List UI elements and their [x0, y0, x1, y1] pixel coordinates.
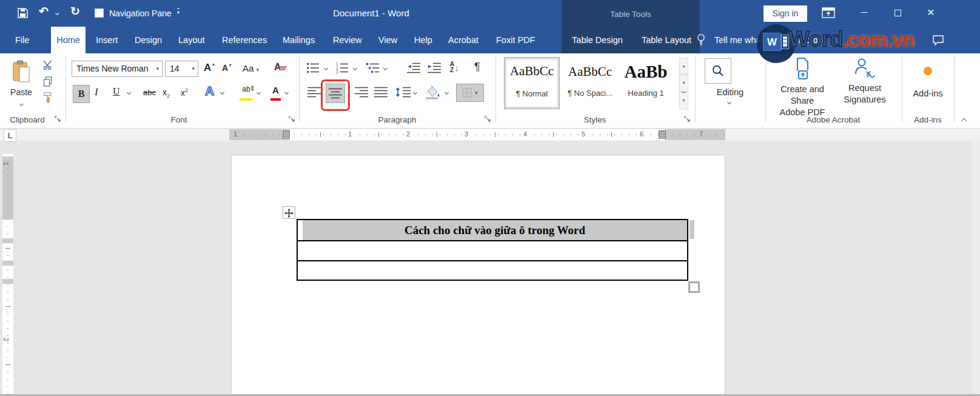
- format-painter-icon[interactable]: [43, 92, 53, 104]
- styles-more-icon[interactable]: ▼: [679, 92, 688, 110]
- strikethrough-button[interactable]: abc: [143, 88, 156, 97]
- save-icon[interactable]: [17, 7, 29, 19]
- tab-references[interactable]: References: [222, 27, 267, 53]
- cut-icon[interactable]: [42, 59, 53, 70]
- tab-stop-selector[interactable]: L: [4, 129, 16, 142]
- tab-review[interactable]: Review: [333, 27, 362, 53]
- tab-file[interactable]: File: [15, 27, 29, 53]
- table-header-text[interactable]: Cách cho chữ vào giữa ô trong Word: [303, 220, 687, 240]
- styles-scroll-down-icon[interactable]: ▼: [679, 75, 688, 92]
- navigation-pane-checkbox[interactable]: [95, 8, 104, 18]
- styles-scroll-up-icon[interactable]: ▲: [679, 58, 688, 75]
- align-left-icon[interactable]: [307, 86, 321, 98]
- redo-icon[interactable]: ↻: [70, 4, 80, 18]
- maximize-button[interactable]: [884, 0, 911, 24]
- font-name-combobox[interactable]: Times New Roman▾: [72, 61, 163, 77]
- shrink-font-button[interactable]: A▼: [222, 63, 232, 73]
- document-table[interactable]: Cách cho chữ vào giữa ô trong Word: [297, 219, 688, 281]
- tab-design[interactable]: Design: [135, 27, 162, 53]
- table-row-3[interactable]: [298, 261, 687, 280]
- table-right-edge-marker[interactable]: [659, 130, 666, 139]
- shading-dropdown-chevron-icon[interactable]: [445, 90, 449, 95]
- clear-formatting-button[interactable]: A: [274, 62, 286, 73]
- increase-indent-icon[interactable]: [427, 62, 441, 74]
- create-share-pdf-button[interactable]: Create and Share Adobe PDF: [770, 57, 834, 112]
- text-effects-button[interactable]: A: [205, 84, 214, 98]
- vertical-scrollbar[interactable]: [970, 141, 980, 396]
- font-color-dropdown-chevron-icon[interactable]: [284, 90, 289, 95]
- justify-icon[interactable]: [374, 86, 388, 98]
- borders-button[interactable]: ▾: [456, 84, 484, 102]
- underline-button[interactable]: U: [113, 86, 120, 97]
- style-normal[interactable]: AaBbCc ¶ Normal: [504, 57, 560, 109]
- tell-me-box[interactable]: Tell me what you want to do: [714, 27, 823, 53]
- table-header-row[interactable]: Cách cho chữ vào giữa ô trong Word: [303, 220, 687, 240]
- font-name-dropdown-icon[interactable]: ▾: [156, 66, 159, 72]
- paragraph-dialog-launcher-icon[interactable]: [485, 116, 492, 124]
- decrease-indent-icon[interactable]: [406, 62, 421, 74]
- minimize-button[interactable]: ─: [851, 0, 878, 24]
- customize-qat-icon[interactable]: ▾: [177, 8, 180, 15]
- tab-layout[interactable]: Layout: [178, 27, 205, 53]
- bullets-dropdown-chevron-icon[interactable]: [324, 66, 328, 70]
- vertical-ruler[interactable]: 1 2: [2, 154, 13, 396]
- text-effects-dropdown-chevron-icon[interactable]: [220, 90, 224, 95]
- table-move-handle[interactable]: [283, 206, 295, 219]
- align-right-icon[interactable]: [354, 86, 369, 98]
- styles-dialog-launcher-icon[interactable]: [684, 116, 692, 124]
- numbering-icon[interactable]: 123: [335, 62, 350, 74]
- numbering-dropdown-chevron-icon[interactable]: [353, 66, 357, 70]
- subscript-button[interactable]: x2: [163, 87, 170, 99]
- request-signatures-button[interactable]: Request Signatures: [836, 57, 894, 112]
- bold-button[interactable]: B: [73, 85, 90, 103]
- underline-dropdown-chevron-icon[interactable]: [127, 90, 131, 95]
- editing-label[interactable]: Editing: [700, 87, 760, 97]
- show-hide-pilcrow-icon[interactable]: ¶: [474, 61, 480, 73]
- tab-table-layout[interactable]: Table Layout: [632, 27, 701, 53]
- close-button[interactable]: ×: [918, 0, 944, 24]
- paste-button[interactable]: Paste: [4, 58, 39, 110]
- tab-insert[interactable]: Insert: [96, 27, 118, 53]
- font-color-button[interactable]: A: [269, 85, 282, 101]
- tab-home[interactable]: Home: [51, 27, 86, 53]
- line-spacing-icon[interactable]: [395, 86, 411, 98]
- tab-mailings[interactable]: Mailings: [283, 27, 315, 53]
- navigation-pane-label[interactable]: Navigation Pane: [109, 0, 172, 27]
- table-row-2[interactable]: [298, 241, 687, 260]
- collapse-ribbon-chevron-icon[interactable]: [961, 118, 967, 124]
- tab-view[interactable]: View: [378, 27, 397, 53]
- editing-button[interactable]: [705, 58, 731, 84]
- multilevel-list-icon[interactable]: [366, 62, 380, 74]
- undo-icon[interactable]: ↶: [39, 4, 49, 18]
- feedback-icon[interactable]: [932, 35, 944, 45]
- clipboard-dialog-launcher-icon[interactable]: [55, 116, 62, 124]
- change-case-button[interactable]: Aa ▾: [243, 63, 259, 73]
- font-size-dropdown-icon[interactable]: ▾: [192, 66, 195, 72]
- highlight-dropdown-chevron-icon[interactable]: [257, 90, 261, 95]
- italic-button[interactable]: I: [95, 86, 98, 98]
- add-ins-button[interactable]: Add-ins: [904, 58, 952, 112]
- font-size-combobox[interactable]: 14▾: [165, 61, 198, 77]
- ribbon-display-options-icon[interactable]: [822, 7, 835, 18]
- editing-dropdown-chevron-icon[interactable]: [727, 100, 731, 104]
- tab-table-design[interactable]: Table Design: [563, 27, 632, 53]
- shading-bucket-icon[interactable]: [425, 85, 440, 99]
- superscript-button[interactable]: x2: [181, 87, 188, 98]
- grow-font-button[interactable]: A▲: [204, 62, 215, 74]
- multilevel-dropdown-chevron-icon[interactable]: [383, 66, 388, 70]
- undo-dropdown-chevron-icon[interactable]: [55, 11, 59, 15]
- font-dialog-launcher-icon[interactable]: [289, 116, 297, 124]
- tab-help[interactable]: Help: [414, 27, 432, 53]
- copy-icon[interactable]: [43, 76, 53, 87]
- line-spacing-dropdown-chevron-icon[interactable]: [413, 90, 417, 95]
- horizontal-ruler[interactable]: 1 1 2 3 4 5 6 7: [229, 129, 725, 140]
- highlight-button[interactable]: ab✎: [239, 85, 253, 101]
- borders-dropdown-icon[interactable]: ▾: [475, 90, 478, 96]
- tab-acrobat[interactable]: Acrobat: [448, 27, 478, 53]
- table-resize-handle[interactable]: [688, 281, 700, 293]
- bullets-icon[interactable]: [306, 62, 321, 74]
- style-heading1[interactable]: AaBb Heading 1: [619, 58, 673, 108]
- style-no-spacing[interactable]: AaBbCc ¶ No Spaci...: [563, 58, 617, 108]
- tab-foxit-pdf[interactable]: Foxit PDF: [496, 27, 535, 53]
- sign-in-button[interactable]: Sign in: [764, 5, 807, 22]
